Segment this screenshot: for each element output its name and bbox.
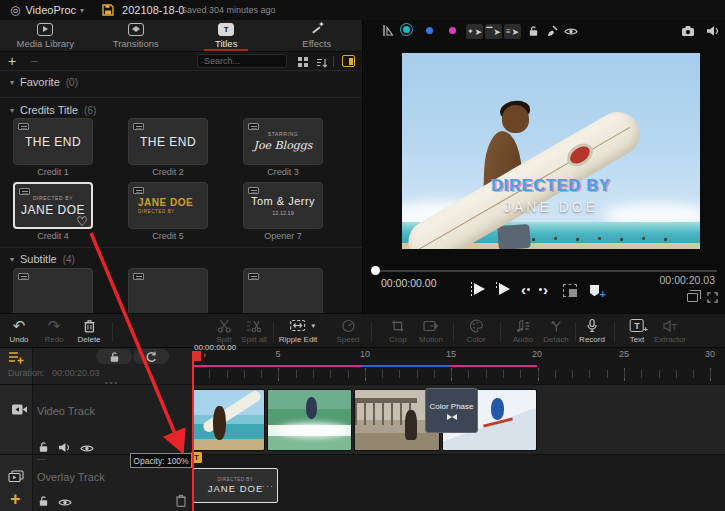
trash-icon[interactable] [175,493,187,511]
step-forward-button[interactable]: › [539,281,548,298]
lock-track-button[interactable] [96,349,132,364]
title-card-credit-1[interactable]: THE END [13,118,93,165]
speaker-icon[interactable] [706,25,720,37]
palette-icon [469,317,483,334]
play-from-start-button[interactable] [471,282,487,298]
playhead-grip[interactable] [192,351,201,361]
undo-button[interactable]: ↶ Undo [9,317,28,344]
media-library-icon [37,23,53,36]
section-credits-title[interactable]: ▾ Credits Title (6) [10,103,96,117]
grid-view-icon[interactable] [298,57,302,61]
record-button[interactable]: Record [579,317,605,344]
playhead-line[interactable] [192,351,194,511]
snapshot-region-button[interactable] [563,284,577,297]
section-subtitle[interactable]: ▾ Subtitle (4) [10,252,75,266]
save-icon[interactable] [102,4,114,16]
keyframe-cursor-lines-icon[interactable]: ≡➤ [504,24,521,39]
clip-surfer[interactable] [192,389,265,451]
duration-value: 00:00:20.03 [52,368,100,378]
mute-icon[interactable] [58,439,71,457]
section-favorite[interactable]: ▾ Favorite (0) [10,75,78,89]
search-input[interactable] [197,54,287,68]
add-track-icon[interactable] [8,350,24,368]
lock-icon[interactable] [528,25,539,37]
ruler-mark: 15 [446,349,456,359]
split-button[interactable]: Split [216,317,232,344]
redo-button[interactable]: ↷ Redo [44,317,63,344]
color-dot-blue[interactable] [426,27,433,34]
library-toolbar: + − [0,52,362,70]
add-title-button[interactable]: + [8,53,16,69]
loop-playback-button[interactable] [133,349,169,364]
subtitle-card-3[interactable]: orem ipsum dolor sit amet, consectetur a… [243,268,323,313]
title-card-credit-4-selected[interactable]: DIRECTED BY JANE DOE ♡ [13,182,93,229]
app-menu-caret-icon[interactable]: ▾ [80,6,84,15]
title-card-opener-7[interactable]: Tom & Jerry 12.12.19 [243,182,323,229]
camera-snapshot-icon[interactable] [681,25,695,37]
fullscreen-icon[interactable] [707,292,718,303]
subtitle-card-2[interactable] [128,268,208,313]
crop-button[interactable]: Crop [389,317,406,344]
tab-transitions[interactable]: Transitions [91,20,182,51]
row-resize-handle[interactable]: — [37,454,46,464]
keyframe-cursor-bar-icon[interactable]: ▔➤ [485,24,502,39]
microphone-icon [586,317,598,334]
transition-color-phase[interactable]: Color Phase [425,388,478,433]
title-thumb-badge-icon [248,123,259,130]
overlay-track-name: Overlay Track [37,471,105,483]
title-card-credit-5[interactable]: JANE DOE DIRECTED BY [128,182,208,229]
color-dot-cyan-selected[interactable] [400,23,413,36]
progress-handle[interactable] [371,266,380,275]
divider [112,322,113,342]
title-card-credit-3[interactable]: STARRING Joe Bloggs [243,118,323,165]
speed-button[interactable]: Speed [336,317,359,344]
ripple-edit-button[interactable]: ▾ Ripple Edit [279,317,318,344]
track-grip-dots[interactable]: ••• [105,378,119,387]
subtitle-card-1[interactable]: orem ipsum dolor sit amet, consectetur a… [13,268,93,313]
audio-button[interactable]: Audio [513,317,533,344]
lock-icon[interactable] [38,493,49,511]
video-frame: DIRECTED BY JANE DOE [402,53,700,249]
eye-icon[interactable] [564,27,578,36]
add-overlay-button[interactable]: + [10,490,21,508]
clip-menu-dots[interactable]: ··· [262,481,274,491]
text-button[interactable]: T+ Text [630,317,645,344]
title-thumb-badge-icon [18,123,29,130]
app-name[interactable]: VideoProc [25,4,76,16]
split-all-button[interactable]: Split all [241,317,267,344]
preview-progress-bar[interactable] [373,270,717,272]
project-name[interactable]: 202108-18-0 [122,4,184,16]
preview-title-line2[interactable]: JANE DOE [402,199,700,215]
tab-titles[interactable]: T Titles [181,20,272,51]
clip-wakesurf[interactable] [267,389,352,451]
title-card-credit-2[interactable]: THE END [128,118,208,165]
ruler-mark: 20 [532,349,542,359]
color-dot-magenta[interactable] [449,27,456,34]
eye-icon[interactable] [58,493,72,511]
tab-effects[interactable]: Effects [272,20,363,51]
duplicate-window-icon[interactable] [687,293,698,302]
favorite-heart-icon[interactable]: ♡ [76,214,88,229]
overlay-title-clip[interactable]: DIRECTED BY JANE DOE ··· [193,468,278,503]
card-label: Credit 5 [128,231,208,241]
flip-ruler-icon[interactable] [381,24,394,37]
overlay-track-icon[interactable] [8,469,24,487]
delete-button[interactable]: Delete [77,317,100,344]
brush-icon[interactable] [546,25,558,37]
motion-button[interactable]: Motion [419,317,443,344]
scissors-lines-icon [246,317,261,334]
play-button[interactable] [496,282,512,298]
eye-icon[interactable] [80,439,94,457]
step-back-button[interactable]: ‹ [521,281,530,298]
detach-button[interactable]: Detach [543,317,568,344]
keyframe-cursor-star-icon[interactable]: ✦➤ [466,24,483,39]
collapse-panel-icon[interactable] [342,55,355,67]
tab-media-library[interactable]: Media Library [0,20,91,51]
remove-title-button[interactable]: − [30,53,38,69]
add-marker-button[interactable]: + [587,283,602,297]
video-track-icon[interactable] [11,402,28,420]
preview-title-line1[interactable]: DIRECTED BY [402,177,700,195]
ruler-minor-ticks[interactable] [192,370,725,378]
color-button[interactable]: Color [466,317,485,344]
extractor-button[interactable]: T Extractor [654,317,686,344]
